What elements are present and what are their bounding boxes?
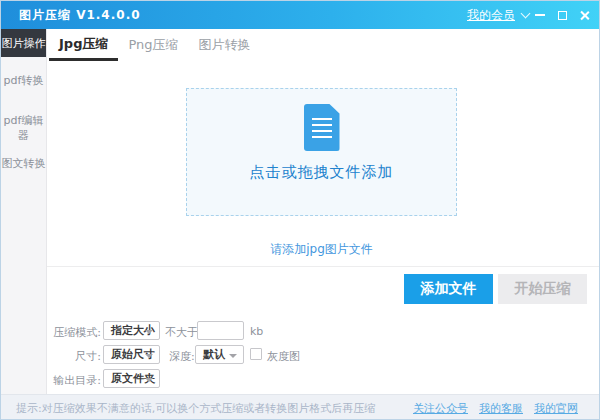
compress-mode-select[interactable]: 指定大小 — [103, 321, 160, 340]
minimize-button[interactable] — [529, 1, 551, 29]
dimension-label: 尺寸: — [41, 349, 101, 364]
file-dropzone[interactable]: 点击或拖拽文件添加 — [186, 88, 457, 216]
grayscale-label: 灰度图 — [267, 349, 300, 364]
app-window: 图片压缩 V1.4.0.0 我的会员 图片操作 pdf转换 pdf编辑器 图文转… — [0, 0, 600, 420]
tab-image-convert[interactable]: 图片转换 — [189, 29, 261, 61]
my-customer-service-link[interactable]: 我的客服 — [479, 401, 523, 416]
status-bar: 提示:对压缩效果不满意的话,可以换个方式压缩或者转换图片格式后再压缩 关注公众号… — [1, 394, 600, 420]
sidebar-item-image-ops[interactable]: 图片操作 — [1, 29, 46, 57]
document-icon — [304, 104, 340, 151]
sidebar-item-pdf-editor[interactable]: pdf编辑器 — [1, 113, 46, 143]
output-dir-select[interactable]: 原文件夹 — [103, 369, 160, 388]
sidebar-item-pdf-convert[interactable]: pdf转换 — [1, 73, 46, 88]
minimize-icon — [535, 14, 545, 16]
caret-down-icon — [229, 354, 237, 358]
add-files-button[interactable]: 添加文件 — [404, 274, 493, 304]
caret-down-icon — [145, 354, 153, 358]
dimension-select[interactable]: 原始尺寸 — [103, 345, 160, 364]
output-dir-label: 输出目录: — [41, 373, 101, 388]
maximize-button[interactable] — [551, 1, 573, 29]
tab-png-compress[interactable]: Png压缩 — [118, 29, 188, 61]
sidebar-item-image-text-convert[interactable]: 图文转换 — [1, 156, 46, 171]
start-compress-button[interactable]: 开始压缩 — [498, 274, 587, 304]
add-jpg-hint[interactable]: 请添加jpg图片文件 — [186, 241, 457, 258]
close-button[interactable] — [573, 1, 595, 29]
document-lines — [312, 118, 332, 140]
titlebar: 图片压缩 V1.4.0.0 我的会员 — [1, 1, 600, 29]
close-icon — [579, 10, 590, 21]
max-size-input[interactable] — [197, 321, 244, 340]
caret-down-icon — [145, 378, 153, 382]
not-greater-label: 不大于 — [165, 325, 198, 340]
folded-corner — [330, 104, 340, 114]
my-website-link[interactable]: 我的官网 — [534, 401, 578, 416]
divider — [47, 266, 600, 267]
compress-mode-label: 压缩模式: — [41, 325, 101, 340]
depth-value: 默认 — [203, 347, 225, 362]
maximize-icon — [558, 11, 567, 20]
depth-label: 深度: — [169, 349, 195, 364]
depth-select[interactable]: 默认 — [195, 345, 244, 364]
tip-text: 提示:对压缩效果不满意的话,可以换个方式压缩或者转换图片格式后再压缩 — [16, 401, 375, 416]
follow-official-account-link[interactable]: 关注公众号 — [413, 401, 468, 416]
tab-jpg-compress[interactable]: Jpg压缩 — [49, 29, 118, 61]
caret-down-icon — [145, 330, 153, 334]
dropzone-label: 点击或拖拽文件添加 — [187, 163, 456, 182]
app-title: 图片压缩 V1.4.0.0 — [19, 7, 141, 24]
kb-unit-label: kb — [250, 325, 263, 338]
grayscale-checkbox[interactable] — [250, 348, 262, 360]
tab-bar: Jpg压缩 Png压缩 图片转换 — [47, 29, 600, 61]
member-link[interactable]: 我的会员 — [467, 7, 515, 24]
